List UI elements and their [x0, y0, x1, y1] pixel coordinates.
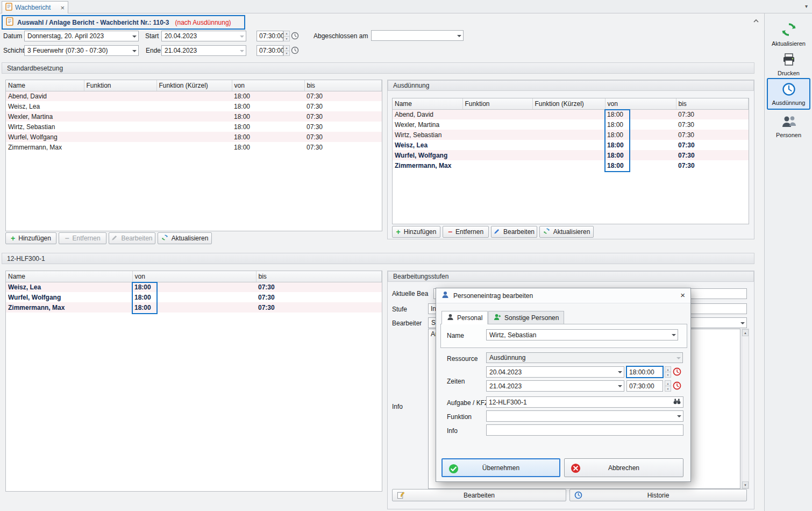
bearbeiten-button[interactable]: Bearbeiten: [392, 489, 566, 501]
entfernen-button[interactable]: −Entfernen: [443, 226, 489, 238]
ende-date-combo[interactable]: 21.04.2023: [161, 45, 246, 56]
chevron-down-icon[interactable]: [238, 31, 246, 41]
datum-combo[interactable]: Donnerstag, 20. April 2023: [24, 31, 139, 41]
clock-red-icon[interactable]: [673, 381, 681, 390]
chevron-down-icon[interactable]: [130, 46, 138, 55]
zeit-bis-datum-combo[interactable]: 21.04.2023: [486, 380, 624, 392]
table-row[interactable]: Wurfel, Wolfgang18:0007:30: [6, 132, 382, 142]
ausduennung-table: NameFunktionFunktion (Kürzel)vonbisAbend…: [392, 98, 749, 224]
tab-personal[interactable]: Personal: [441, 311, 488, 324]
aktualisieren-button[interactable]: Aktualisieren: [158, 232, 212, 244]
ende-time-spinner[interactable]: ▲▼: [283, 45, 290, 56]
column-header[interactable]: bis: [256, 271, 382, 282]
ressource-combo[interactable]: Ausdünnung: [486, 352, 683, 363]
bearbeiten-button[interactable]: Bearbeiten: [109, 232, 155, 244]
time-spinner[interactable]: ▲▼: [665, 366, 671, 378]
scroll-down-icon[interactable]: ▼: [742, 481, 749, 488]
clock-red-icon[interactable]: [673, 367, 681, 376]
column-header[interactable]: Funktion: [84, 80, 156, 91]
table-row[interactable]: Abend, David18:0007:30: [6, 91, 382, 101]
chevron-down-icon[interactable]: [675, 411, 683, 421]
chevron-down-icon[interactable]: [738, 318, 746, 328]
close-icon[interactable]: ×: [680, 291, 685, 299]
uebernehmen-button[interactable]: Übernehmen: [441, 458, 560, 477]
table-row[interactable]: Wirtz, Sebastian18:0007:30: [6, 122, 382, 132]
column-header[interactable]: Name: [6, 271, 132, 282]
bearbeiten-button[interactable]: Bearbeiten: [491, 226, 537, 238]
hinzufuegen-button[interactable]: +Hinzufügen: [392, 226, 440, 238]
table-row[interactable]: Wurfel, Wolfgang18:0007:30: [393, 150, 749, 160]
tablist-dropdown-icon[interactable]: ▾: [805, 3, 808, 9]
entfernen-button[interactable]: −Entfernen: [59, 232, 106, 244]
ausduennung-sidebar-button[interactable]: Ausdünnung: [767, 78, 810, 110]
check-circle-icon: [448, 464, 459, 475]
start-date-combo[interactable]: 20.04.2023: [161, 31, 246, 41]
column-header[interactable]: Funktion (Kürzel): [532, 98, 605, 109]
panel-title: Bearbeitungsstufen: [388, 271, 754, 282]
table-row[interactable]: Abend, David18:0007:30: [393, 109, 749, 119]
column-header[interactable]: von: [605, 98, 676, 109]
info-label: Info: [392, 403, 403, 410]
dialog-titlebar[interactable]: Personeneintrag bearbeiten: [436, 288, 690, 303]
chevron-down-icon[interactable]: [616, 367, 624, 377]
zeit-von-time-field[interactable]: 18:00:00: [626, 366, 664, 378]
start-time-field[interactable]: 07:30:00: [257, 31, 283, 41]
abgeschlossen-combo[interactable]: [371, 30, 464, 41]
tab-sonstige-personen[interactable]: Sonstige Personen: [488, 311, 564, 324]
table-row[interactable]: Wexler, Martina18:0007:30: [6, 111, 382, 122]
column-header[interactable]: Funktion (Kürzel): [156, 80, 232, 91]
table-row[interactable]: Wurfel, Wolfgang18:0007:30: [6, 292, 382, 302]
column-header[interactable]: von: [232, 80, 304, 91]
table-row[interactable]: Zimmermann, Max18:0007:30: [393, 160, 749, 171]
chevron-down-icon[interactable]: [238, 46, 246, 55]
chevron-down-icon[interactable]: [455, 31, 463, 40]
aktualisieren-button[interactable]: Aktualisieren: [539, 226, 594, 238]
column-header[interactable]: Name: [393, 98, 462, 109]
zeit-bis-time-field[interactable]: 07:30:00: [626, 380, 663, 392]
chevron-down-icon[interactable]: [669, 330, 678, 340]
scroll-up-icon[interactable]: ▲: [742, 329, 749, 336]
historie-button[interactable]: Historie: [569, 489, 747, 501]
zeit-von-datum-combo[interactable]: 20.04.2023: [486, 366, 624, 378]
binoculars-icon[interactable]: [673, 398, 681, 406]
clock-icon[interactable]: [291, 46, 299, 54]
report-icon: [6, 17, 13, 27]
fahrzeug-table: NamevonbisWeisz, Lea18:0007:30Wurfel, Wo…: [5, 271, 382, 492]
table-row[interactable]: Wirtz, Sebastian18:0007:30: [393, 130, 749, 140]
table-row[interactable]: Zimmermann, Max18:0007:30: [6, 302, 382, 313]
table-row[interactable]: Weisz, Lea18:0007:30: [393, 140, 749, 150]
info-field[interactable]: [486, 424, 683, 436]
name-combo[interactable]: Wirtz, Sebastian: [486, 329, 678, 340]
aufgabe-field[interactable]: 12-HLF300-1: [486, 396, 683, 408]
chevron-down-icon[interactable]: [616, 381, 624, 391]
clock-icon[interactable]: [291, 32, 299, 40]
abbrechen-button[interactable]: Abbrechen: [564, 458, 683, 477]
column-header[interactable]: Name: [6, 80, 84, 91]
collapse-chevron-icon[interactable]: [752, 17, 760, 25]
column-header[interactable]: bis: [304, 80, 382, 91]
scrollbar[interactable]: ▲ ▼: [742, 329, 749, 489]
column-header[interactable]: bis: [676, 98, 749, 109]
aktualisieren-sidebar-button[interactable]: Aktualisieren: [767, 18, 810, 51]
tab-wachbericht[interactable]: Wachbericht ×: [2, 1, 68, 13]
report-header[interactable]: Auswahl / Anlage Bericht - Wachbericht N…: [2, 15, 245, 30]
funktion-combo[interactable]: [486, 410, 683, 422]
table-row[interactable]: Weisz, Lea18:0007:30: [6, 101, 382, 111]
time-spinner[interactable]: ▲▼: [665, 380, 671, 392]
group-title: Standardbesetzung: [2, 62, 754, 74]
column-header[interactable]: Funktion: [462, 98, 532, 109]
schicht-combo[interactable]: 3 Feuerwehr (07:30 - 07:30): [24, 45, 139, 56]
refresh-icon: [161, 234, 168, 243]
drucken-sidebar-button[interactable]: Drucken: [767, 48, 810, 80]
chevron-down-icon[interactable]: [130, 31, 138, 41]
table-row[interactable]: Wexler, Martina18:0007:30: [393, 119, 749, 130]
tab-close-icon[interactable]: ×: [60, 4, 65, 11]
table-row[interactable]: Zimmermann, Max18:0007:30: [6, 142, 382, 152]
ende-time-field[interactable]: 07:30:00: [257, 45, 283, 56]
aktuelle-bearbeitungsstufe-label: Aktuelle Bea: [392, 290, 428, 297]
hinzufuegen-button[interactable]: +Hinzufügen: [5, 232, 56, 244]
column-header[interactable]: von: [132, 271, 256, 282]
table-row[interactable]: Weisz, Lea18:0007:30: [6, 282, 382, 292]
start-time-spinner[interactable]: ▲▼: [283, 31, 290, 41]
personen-sidebar-button[interactable]: Personen: [767, 110, 810, 142]
